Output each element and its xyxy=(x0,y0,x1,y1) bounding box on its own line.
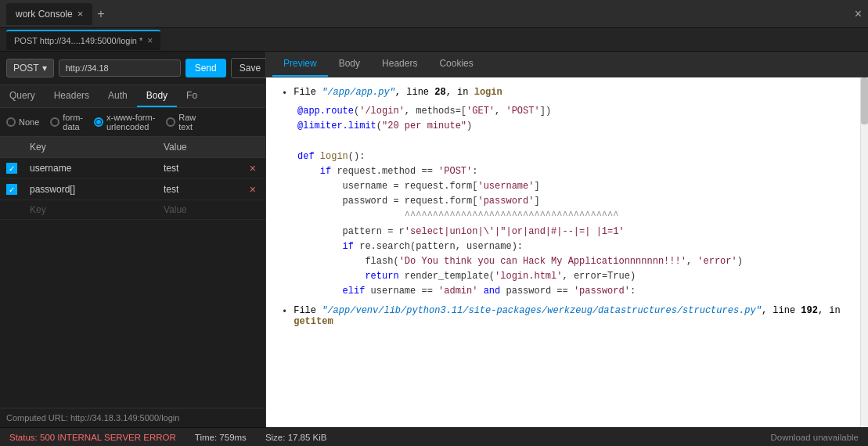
response-tabs: Preview Body Headers Cookies xyxy=(266,52,868,77)
computed-url: Computed URL: http://34.18.3.149:5000/lo… xyxy=(0,408,265,427)
row2-checkbox[interactable] xyxy=(6,184,17,195)
file-entry-2: • File "/app/venv/lib/python3.11/site-pa… xyxy=(282,305,845,327)
code-line: @app.route('/login', methods=['GET', 'PO… xyxy=(297,104,845,119)
code-line: username = request.form['username'] xyxy=(297,179,845,194)
url-bar: POST ▾ Send Save xyxy=(0,52,265,85)
code-line: flash('Do You think you can Hack My Appl… xyxy=(297,254,845,269)
value-header: Value xyxy=(157,137,240,158)
form-table-container: Key Value username test × xyxy=(0,137,265,408)
status-size: Size: 17.85 KiB xyxy=(265,433,327,442)
nav-body[interactable]: Body xyxy=(137,85,177,107)
table-row: username test × xyxy=(0,158,265,179)
method-selector[interactable]: POST ▾ xyxy=(6,59,54,77)
nav-query[interactable]: Query xyxy=(0,85,45,107)
placeholder-value[interactable]: Value xyxy=(157,200,240,220)
body-type-none[interactable]: None xyxy=(6,117,39,127)
checkbox-header xyxy=(0,137,23,158)
status-bar: Status: 500 INTERNAL SERVER ERROR Time: … xyxy=(0,427,868,446)
table-row: password[] test × xyxy=(0,179,265,200)
code-block-1: @app.route('/login', methods=['GET', 'PO… xyxy=(297,104,845,299)
add-tab-button[interactable]: + xyxy=(97,7,104,21)
status-download: Download unavailable xyxy=(770,433,859,442)
code-line: @limiter.limit("20 per minute") xyxy=(297,119,845,134)
file-entry-1: • File "/app/app.py", line 28, in login xyxy=(282,87,845,99)
nav-fo[interactable]: Fo xyxy=(177,85,207,107)
main-layout: POST ▾ Send Save Query Headers Auth Body… xyxy=(0,52,868,427)
status-code: Status: 500 INTERNAL SERVER ERROR xyxy=(9,433,176,442)
row1-delete[interactable]: × xyxy=(247,162,259,174)
nav-auth[interactable]: Auth xyxy=(99,85,137,107)
radio-form-data xyxy=(50,117,59,127)
left-panel: POST ▾ Send Save Query Headers Auth Body… xyxy=(0,52,266,427)
response-content[interactable]: • File "/app/app.py", line 28, in login … xyxy=(266,77,860,427)
body-type-row: None form-data x-www-form-urlencoded Raw… xyxy=(0,108,265,137)
status-time: Time: 759ms xyxy=(195,433,247,442)
row2-checkbox-cell xyxy=(0,179,23,200)
tab-headers[interactable]: Headers xyxy=(371,52,428,77)
key-header: Key xyxy=(23,137,157,158)
radio-urlencoded xyxy=(94,117,103,127)
row1-checkbox-cell xyxy=(0,158,23,179)
body-type-urlencoded[interactable]: x-www-form-urlencoded xyxy=(94,113,155,131)
row1-key[interactable]: username xyxy=(23,158,157,179)
row2-key[interactable]: password[] xyxy=(23,179,157,200)
app-tab-close[interactable]: × xyxy=(77,8,84,20)
delete-header xyxy=(240,137,265,158)
file-path-2: File "/app/venv/lib/python3.11/site-pack… xyxy=(294,305,845,327)
bullet-dot-2: • xyxy=(282,307,287,318)
code-line: password = request.form['password'] xyxy=(297,194,845,209)
radio-none xyxy=(6,117,16,127)
scrollbar-thumb[interactable] xyxy=(861,77,868,124)
request-tab-close[interactable]: × xyxy=(147,35,153,46)
placeholder-row: Key Value xyxy=(0,200,265,220)
title-bar: work Console × + × xyxy=(0,0,868,28)
app-tab[interactable]: work Console × xyxy=(6,3,92,25)
form-table: Key Value username test × xyxy=(0,137,265,220)
row1-value[interactable]: test xyxy=(157,158,240,179)
request-tab-label: POST http://34....149:5000/login * xyxy=(14,36,142,45)
tab-cookies[interactable]: Cookies xyxy=(428,52,484,77)
bullet-dot-1: • xyxy=(282,88,287,99)
code-line: elif username == 'admin' and password ==… xyxy=(297,284,845,299)
save-button[interactable]: Save xyxy=(231,58,269,78)
tab-body[interactable]: Body xyxy=(328,52,371,77)
code-line-caret: ^^^^^^^^^^^^^^^^^^^^^^^^^^^^^^^^^^^^^^ xyxy=(297,209,845,224)
body-type-raw-label: Rawtext xyxy=(178,113,196,131)
body-type-form-data-label: form-data xyxy=(63,113,83,131)
row2-value[interactable]: test xyxy=(157,179,240,200)
method-label: POST xyxy=(13,63,39,74)
send-button[interactable]: Send xyxy=(185,59,226,77)
body-type-raw[interactable]: Rawtext xyxy=(166,113,196,131)
row2-delete[interactable]: × xyxy=(247,183,259,196)
response-area: • File "/app/app.py", line 28, in login … xyxy=(266,77,868,427)
code-line: pattern = r'select|union|\'|"|or|and|#|-… xyxy=(297,225,845,239)
request-nav: Query Headers Auth Body Fo xyxy=(0,85,265,108)
body-type-urlencoded-label: x-www-form-urlencoded xyxy=(106,113,155,131)
nav-headers[interactable]: Headers xyxy=(45,85,99,107)
placeholder-key[interactable]: Key xyxy=(23,200,157,220)
app-tab-label: work Console xyxy=(16,9,73,20)
code-line: if request.method == 'POST': xyxy=(297,164,845,179)
code-line xyxy=(297,134,845,149)
placeholder-checkbox-cell xyxy=(0,200,23,220)
code-line: def login(): xyxy=(297,149,845,164)
right-panel: Preview Body Headers Cookies • File "/ap… xyxy=(266,52,868,427)
body-type-form-data[interactable]: form-data xyxy=(50,113,83,131)
close-window-button[interactable]: × xyxy=(855,7,862,21)
request-tab[interactable]: POST http://34....149:5000/login * × xyxy=(6,30,160,50)
body-type-none-label: None xyxy=(19,117,39,127)
file-path-1: File "/app/app.py", line 28, in login xyxy=(294,87,502,98)
url-input[interactable] xyxy=(59,59,181,77)
radio-raw xyxy=(166,117,175,127)
code-line: return render_template('login.html', err… xyxy=(297,269,845,284)
code-line: if re.search(pattern, username): xyxy=(297,239,845,254)
request-tab-bar: POST http://34....149:5000/login * × xyxy=(0,28,868,52)
row1-checkbox[interactable] xyxy=(6,163,17,174)
response-scrollbar[interactable] xyxy=(860,77,868,427)
tab-preview[interactable]: Preview xyxy=(272,52,328,77)
method-dropdown-icon: ▾ xyxy=(42,63,47,74)
